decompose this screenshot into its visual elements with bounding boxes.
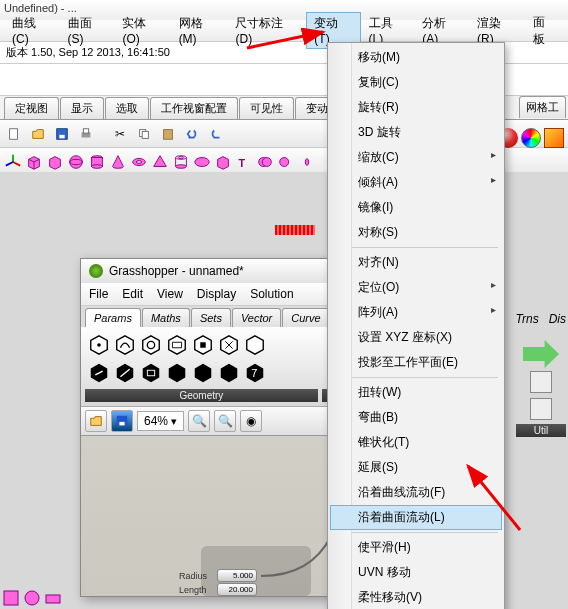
gh-param-geometry-icon[interactable]	[243, 333, 267, 357]
gh-tab-curve[interactable]: Curve	[282, 308, 329, 327]
tab-trns[interactable]: Trns	[516, 312, 539, 326]
menu-mesh[interactable]: 网格(M)	[171, 12, 228, 49]
gh-param-point-icon[interactable]	[87, 333, 111, 357]
util-arrow-icon[interactable]	[523, 340, 559, 368]
util-btn2[interactable]	[530, 398, 552, 420]
axes-icon[interactable]	[4, 153, 22, 171]
gh-param-field-icon[interactable]	[191, 361, 215, 385]
gh-param-box-icon[interactable]	[165, 361, 189, 385]
tab-visibility[interactable]: 可见性	[239, 97, 294, 119]
menu-curve[interactable]: 曲线(C)	[4, 12, 60, 49]
box2-icon[interactable]	[46, 153, 64, 171]
gh-tab-params[interactable]: Params	[85, 308, 141, 327]
menu-item-4[interactable]: 缩放(C)	[330, 145, 502, 170]
gh-group-geometry[interactable]: Geometry	[85, 389, 318, 402]
gh-open-icon[interactable]	[85, 410, 107, 432]
menu-item-1[interactable]: 复制(C)	[330, 70, 502, 95]
cut-icon[interactable]: ✂	[110, 124, 130, 144]
render-icon[interactable]	[544, 128, 564, 148]
gh-param-brep-icon[interactable]	[191, 333, 215, 357]
menu-item-9[interactable]: 定位(O)	[330, 275, 502, 300]
menu-item-10[interactable]: 阵列(A)	[330, 300, 502, 325]
cylinder-icon[interactable]	[88, 153, 106, 171]
paste-icon[interactable]	[158, 124, 178, 144]
menu-item-15[interactable]: 锥状化(T)	[330, 430, 502, 455]
menu-item-16[interactable]: 延展(S)	[330, 455, 502, 480]
menu-item-6[interactable]: 镜像(I)	[330, 195, 502, 220]
util-group-label[interactable]: Util	[516, 424, 566, 437]
tab-dis[interactable]: Dis	[549, 312, 566, 326]
gh-menu-edit[interactable]: Edit	[122, 287, 143, 301]
menu-solid[interactable]: 实体(O)	[114, 12, 170, 49]
redo-icon[interactable]	[206, 124, 226, 144]
gh-zoom-select[interactable]: 64% ▾	[137, 411, 184, 431]
gh-menu-display[interactable]: Display	[197, 287, 236, 301]
tab-select[interactable]: 选取	[105, 97, 149, 119]
gh-view-icon[interactable]: ◉	[240, 410, 262, 432]
menu-panel[interactable]: 面板	[525, 11, 564, 51]
gh-param-line-icon[interactable]	[113, 361, 137, 385]
tab-mesh-tools[interactable]: 网格工	[519, 96, 566, 118]
text-icon[interactable]: T	[235, 153, 253, 171]
gh-param-curve-icon[interactable]	[113, 333, 137, 357]
gh-param-vector-icon[interactable]	[87, 361, 111, 385]
torus-icon[interactable]	[130, 153, 148, 171]
menu-item-3[interactable]: 3D 旋转	[330, 120, 502, 145]
box-icon[interactable]	[25, 153, 43, 171]
gh-param-circle-icon[interactable]	[139, 333, 163, 357]
menu-item-8[interactable]: 对齐(N)	[330, 250, 502, 275]
sphere-icon[interactable]	[67, 153, 85, 171]
util-btn1[interactable]	[530, 371, 552, 393]
gh-tab-vector[interactable]: Vector	[232, 308, 281, 327]
save-icon[interactable]	[52, 124, 72, 144]
gh-tab-maths[interactable]: Maths	[142, 308, 190, 327]
sb-icon2[interactable]	[23, 589, 41, 607]
gh-menu-view[interactable]: View	[157, 287, 183, 301]
menu-surface[interactable]: 曲面(S)	[60, 12, 115, 49]
tube-icon[interactable]	[172, 153, 190, 171]
menu-item-14[interactable]: 弯曲(B)	[330, 405, 502, 430]
gh-menu-solution[interactable]: Solution	[250, 287, 293, 301]
menu-item-2[interactable]: 旋转(R)	[330, 95, 502, 120]
color-wheel-icon[interactable]	[521, 128, 541, 148]
extrude-icon[interactable]	[214, 153, 232, 171]
boolean-int-icon[interactable]	[298, 153, 316, 171]
menu-dimension[interactable]: 尺寸标注(D)	[227, 12, 306, 49]
pyramid-icon[interactable]	[151, 153, 169, 171]
gh-param-group-icon[interactable]	[217, 361, 241, 385]
gh-save-icon[interactable]	[111, 410, 133, 432]
undo-icon[interactable]	[182, 124, 202, 144]
menu-item-19[interactable]: 使平滑(H)	[330, 535, 502, 560]
boolean-diff-icon[interactable]	[277, 153, 295, 171]
ellipsoid-icon[interactable]	[193, 153, 211, 171]
menu-item-7[interactable]: 对称(S)	[330, 220, 502, 245]
gh-menu-file[interactable]: File	[89, 287, 108, 301]
menu-item-5[interactable]: 倾斜(A)	[330, 170, 502, 195]
menu-item-18[interactable]: 沿着曲面流动(L)	[330, 505, 502, 530]
sb-icon1[interactable]	[2, 589, 20, 607]
tab-display[interactable]: 显示	[60, 97, 104, 119]
menu-item-13[interactable]: 扭转(W)	[330, 380, 502, 405]
boolean-union-icon[interactable]	[256, 153, 274, 171]
tab-setview[interactable]: 定视图	[4, 97, 59, 119]
gh-tab-sets[interactable]: Sets	[191, 308, 231, 327]
gh-zoom1-icon[interactable]: 🔍	[188, 410, 210, 432]
gh-param-plane-icon[interactable]	[139, 361, 163, 385]
menu-item-11[interactable]: 设置 XYZ 座标(X)	[330, 325, 502, 350]
sb-icon3[interactable]	[44, 589, 62, 607]
menu-item-12[interactable]: 投影至工作平面(E)	[330, 350, 502, 375]
copy-icon[interactable]	[134, 124, 154, 144]
menu-item-0[interactable]: 移动(M)	[330, 45, 502, 70]
open-icon[interactable]	[28, 124, 48, 144]
gh-param-mesh-icon[interactable]	[217, 333, 241, 357]
tab-viewport[interactable]: 工作视窗配置	[150, 97, 238, 119]
gh-param-more-icon[interactable]: 7	[243, 361, 267, 385]
gh-zoom2-icon[interactable]: 🔍	[214, 410, 236, 432]
new-icon[interactable]	[4, 124, 24, 144]
menu-item-21[interactable]: 柔性移动(V)	[330, 585, 502, 609]
menu-item-17[interactable]: 沿着曲线流动(F)	[330, 480, 502, 505]
menu-item-20[interactable]: UVN 移动	[330, 560, 502, 585]
cone-icon[interactable]	[109, 153, 127, 171]
print-icon[interactable]	[76, 124, 96, 144]
gh-param-surface-icon[interactable]	[165, 333, 189, 357]
